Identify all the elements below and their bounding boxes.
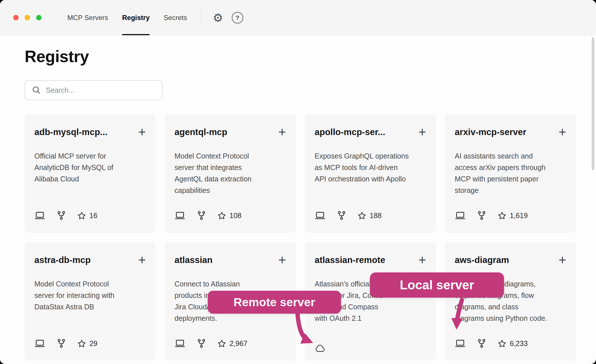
star-icon (77, 339, 86, 348)
settings-gear-icon[interactable]: ⚙ (213, 0, 223, 35)
titlebar-divider (201, 7, 201, 28)
add-server-button[interactable]: + (278, 126, 286, 138)
star-icon (217, 339, 226, 348)
github-icon[interactable] (338, 211, 346, 220)
card-grid: adb-mysql-mcp... + Official MCP server f… (25, 114, 576, 361)
card-header: astra-db-mcp + (34, 254, 146, 267)
laptop-icon (315, 211, 326, 220)
server-name: atlassian-remote (315, 254, 385, 267)
tab-secrets[interactable]: Secrets (164, 0, 187, 35)
server-name: arxiv-mcp-server (455, 126, 526, 139)
card-header: atlassian + (175, 254, 286, 267)
add-server-button[interactable]: + (418, 254, 426, 266)
server-card[interactable]: arxiv-mcp-server + AI assistants search … (445, 114, 576, 233)
card-header: aws-diagram + (455, 254, 566, 267)
github-icon[interactable] (57, 211, 65, 220)
server-description: AI assistants search and access arXiv pa… (455, 150, 566, 196)
github-icon[interactable] (478, 339, 486, 348)
local-server-callout: Local server (370, 272, 504, 298)
tab-mcp-servers[interactable]: MCP Servers (67, 0, 108, 35)
minimize-button[interactable] (25, 15, 30, 20)
star-row: 108 (217, 211, 242, 220)
server-card[interactable]: agentql-mcp + Model Context Protocol ser… (165, 114, 296, 233)
zoom-button[interactable] (36, 15, 42, 20)
card-footer: 16 (34, 211, 97, 220)
app-window: MCP Servers Registry Secrets ⚙ ? Registr… (0, 0, 596, 364)
github-icon[interactable] (197, 211, 205, 220)
star-row: 6,233 (498, 339, 528, 348)
add-server-button[interactable]: + (418, 126, 426, 138)
server-description: Model Context Protocol server that integ… (175, 150, 286, 196)
card-footer: 6,233 (455, 339, 528, 348)
server-name: astra-db-mcp (34, 254, 91, 267)
server-card[interactable]: astra-db-mcp + Model Context Protocol se… (25, 242, 156, 361)
server-card[interactable]: aws-diagram + Generate AWS diagrams, seq… (445, 242, 576, 361)
add-server-button[interactable]: + (138, 126, 146, 138)
server-name: aws-diagram (455, 254, 509, 267)
card-header: arxiv-mcp-server + (455, 126, 566, 139)
star-count: 108 (230, 211, 242, 220)
close-button[interactable] (13, 15, 19, 20)
page-title: Registry (25, 47, 576, 66)
laptop-icon (175, 211, 185, 220)
tab-registry[interactable]: Registry (122, 0, 150, 35)
card-header: atlassian-remote + (315, 254, 426, 267)
traffic-lights (13, 0, 42, 35)
server-name: apollo-mcp-ser... (315, 126, 385, 139)
laptop-icon (175, 339, 185, 348)
star-count: 2,967 (230, 339, 248, 348)
card-footer: 188 (315, 211, 382, 220)
card-footer (315, 345, 326, 348)
github-icon[interactable] (197, 339, 205, 348)
star-row: 2,967 (217, 339, 248, 348)
star-count: 6,233 (510, 339, 528, 348)
scrollbar-thumb[interactable] (592, 37, 594, 170)
card-footer: 1,619 (455, 211, 528, 220)
title-bar: MCP Servers Registry Secrets ⚙ ? (0, 0, 596, 35)
star-count: 1,619 (510, 211, 528, 220)
search-input[interactable] (45, 86, 158, 95)
server-name: atlassian (175, 254, 213, 267)
add-server-button[interactable]: + (558, 254, 566, 266)
laptop-icon (455, 211, 466, 220)
star-count: 188 (370, 211, 382, 220)
card-header: agentql-mcp + (175, 126, 286, 139)
star-icon (498, 211, 506, 220)
star-count: 16 (89, 211, 97, 220)
search-box[interactable] (25, 80, 162, 100)
star-row: 29 (77, 339, 97, 348)
star-row: 1,619 (498, 211, 528, 220)
cloud-icon (315, 345, 326, 353)
github-icon[interactable] (478, 211, 486, 220)
server-description: Exposes GraphQL operations as MCP tools … (315, 150, 426, 185)
server-description: Official MCP server for AnalyticDB for M… (34, 150, 146, 185)
laptop-icon (34, 211, 45, 220)
card-footer: 29 (34, 339, 97, 348)
laptop-icon (34, 339, 45, 348)
card-footer: 108 (175, 211, 242, 220)
add-server-button[interactable]: + (138, 254, 146, 266)
help-icon[interactable]: ? (232, 12, 243, 23)
card-footer: 2,967 (175, 339, 248, 348)
add-server-button[interactable]: + (558, 126, 566, 138)
remote-server-callout: Remote server (208, 291, 341, 314)
star-icon (498, 339, 506, 348)
server-name: adb-mysql-mcp... (34, 126, 107, 139)
server-card[interactable]: adb-mysql-mcp... + Official MCP server f… (25, 114, 156, 233)
server-name: agentql-mcp (175, 126, 227, 139)
titlebar-tabs: MCP Servers Registry Secrets (67, 0, 187, 35)
github-icon[interactable] (57, 339, 65, 348)
star-icon (217, 211, 226, 220)
card-header: adb-mysql-mcp... + (34, 126, 146, 139)
add-server-button[interactable]: + (278, 254, 286, 266)
star-row: 16 (77, 211, 97, 220)
card-header: apollo-mcp-ser... + (315, 126, 426, 139)
star-icon (358, 211, 366, 220)
server-card[interactable]: apollo-mcp-ser... + Exposes GraphQL oper… (305, 114, 436, 233)
search-icon (32, 86, 41, 94)
laptop-icon (455, 339, 466, 348)
star-count: 29 (89, 339, 97, 348)
server-description: Model Context Protocol server for intera… (34, 278, 146, 312)
star-icon (77, 211, 86, 220)
star-row: 188 (358, 211, 382, 220)
